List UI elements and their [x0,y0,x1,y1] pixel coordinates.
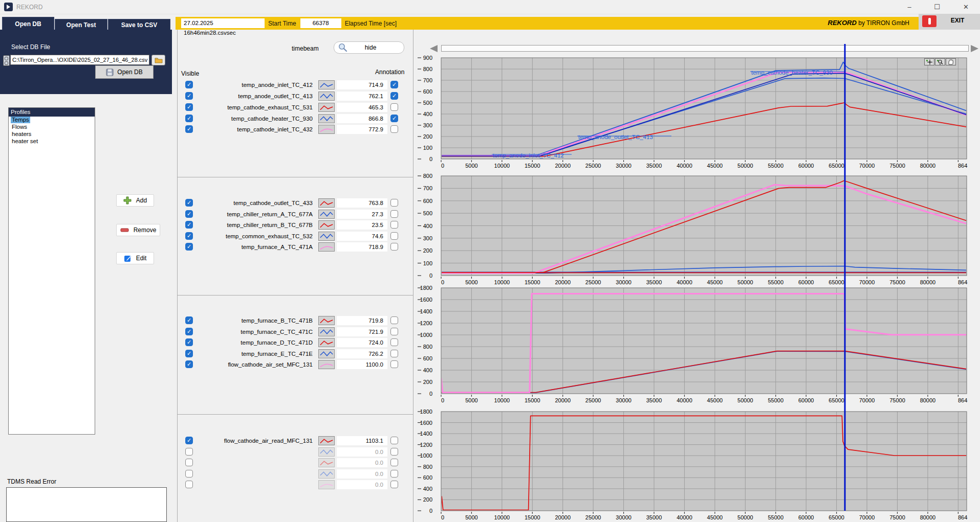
line-style-button[interactable] [318,125,335,134]
exit-button[interactable]: EXIT [943,17,972,26]
annotation-checkbox-empty-3-1[interactable] [390,448,398,456]
path-type-icon [3,55,10,66]
profile-item-temps[interactable]: Temps [9,117,95,124]
remove-button[interactable]: Remove [116,224,160,236]
line-style-button[interactable] [318,458,335,467]
y-tick-label: 1800 [420,408,432,415]
annotation-checkbox-temp_chiller_return_B_TC_677B[interactable] [390,221,398,229]
line-style-button[interactable] [318,338,335,347]
pencil-icon [124,255,132,262]
annotation-checkbox-flow_cathode_air_set_MFC_131[interactable] [390,360,398,368]
annotation-checkbox-temp_cathode_outlet_TC_433[interactable] [390,199,398,207]
hide-label: hide [349,44,393,51]
annotation-checkbox-empty-3-2[interactable] [390,459,398,466]
remove-label: Remove [134,226,157,234]
annotation-checkbox-temp_cathode_inlet_TC_432[interactable] [390,125,398,133]
x-tick-label: 65000 [829,514,844,520]
y-tick-label: 700 [423,77,432,83]
maximize-button[interactable]: ☐ [924,0,950,14]
channel-name: temp_cathode_heater_TC_930 [177,115,313,123]
profile-item-heater-set[interactable]: heater set [9,138,95,145]
x-tick-label: 45000 [707,279,723,285]
line-style-button[interactable] [318,469,335,479]
pan-tool-button[interactable] [946,58,956,65]
line-style-button[interactable] [318,114,335,123]
chart-4[interactable]: 0200400600800100012001400160018000500010… [418,408,967,520]
tab-open-db[interactable]: Open DB [2,17,54,31]
line-style-button[interactable] [318,80,335,89]
line-style-button[interactable] [318,349,335,358]
line-style-button[interactable] [318,327,335,336]
tab-open-test[interactable]: Open Test [55,19,107,31]
x-tick-label: 35000 [646,397,662,403]
timebeam-hide-button[interactable]: hide [334,41,404,54]
line-style-button[interactable] [318,480,335,489]
chart-1[interactable]: 0100200300400500600700800900050001000015… [418,55,967,169]
line-style-button[interactable] [318,198,335,208]
chart-2[interactable]: 0100200300400500600700800050001000015000… [418,173,967,285]
open-db-button[interactable]: Open DB [95,65,154,79]
line-style-button[interactable] [318,360,335,369]
x-tick-label: 50000 [737,514,753,520]
annotation-checkbox-temp_cathode_exhaust_TC_531[interactable] [390,103,398,111]
line-style-button[interactable] [318,447,335,457]
annotation-checkbox-temp_anode_inlet_TC_412[interactable] [390,81,398,88]
start-time-field[interactable]: 66378 [300,18,341,28]
profile-item-flows[interactable]: Flows [9,124,95,131]
y-tick-label: 300 [423,235,432,241]
x-tick-label: 35000 [646,279,662,285]
line-style-button[interactable] [318,232,335,241]
zoom-tool-button[interactable] [935,58,945,65]
annotation-checkbox-temp_furnace_E_TC_471E[interactable] [390,350,398,357]
channel-value: 772.9 [337,125,387,134]
annotation-checkbox-temp_common_exhaust_TC_532[interactable] [390,232,398,240]
db-file-path-input[interactable]: C:\Tirron_Opera...\OXIDE\2025_02_27_16_4… [10,55,149,65]
visible-checkbox-empty-3-2[interactable] [185,459,193,466]
annotation-checkbox-temp_cathode_heater_TC_930[interactable] [390,115,398,122]
visible-checkbox-empty-3-3[interactable] [185,470,193,478]
close-button[interactable]: ✕ [952,0,980,14]
stop-button[interactable] [922,15,937,27]
y-tick-label: 600 [423,355,432,361]
annotation-checkbox-empty-3-4[interactable] [390,481,398,488]
visible-checkbox-empty-3-1[interactable] [185,448,193,456]
x-tick-label: 15000 [525,279,540,285]
cursor-tool-button[interactable] [924,58,934,65]
annotation-checkbox-empty-3-3[interactable] [390,470,398,478]
profiles-header[interactable]: Profiles [9,108,95,117]
x-overflow-label: 864 [958,514,967,520]
edit-button[interactable]: Edit [116,252,154,264]
annotation-checkbox-flow_cathode_air_read_MFC_131[interactable] [390,437,398,444]
minimize-button[interactable]: – [897,0,922,14]
line-style-button[interactable] [318,220,335,230]
visible-checkbox-empty-3-4[interactable] [185,481,193,488]
add-button[interactable]: Add [116,194,154,207]
tab-save-to-csv[interactable]: Save to CSV [108,19,170,31]
file-time-field: 27.02.2025 16h46min28.csvsec [181,18,265,28]
line-style-button[interactable] [318,92,335,101]
magnifier-icon [337,43,349,52]
line-style-button[interactable] [318,316,335,325]
y-tick-label: 1200 [420,320,432,326]
x-tick-label: 75000 [889,514,905,520]
y-tick-label: 0 [429,391,432,397]
line-style-button[interactable] [318,103,335,112]
annotation-checkbox-temp_furnace_C_TC_471C[interactable] [390,328,398,335]
annotation-checkbox-temp_furnace_A_TC_471A[interactable] [390,243,398,251]
chart-3[interactable]: 0200400600800100012001400160018000500010… [418,285,967,403]
x-tick-label: 50000 [737,397,753,403]
plus-icon [123,196,132,205]
line-style-button[interactable] [318,242,335,252]
line-style-button[interactable] [318,436,335,445]
brand-name: REKORD [828,19,857,27]
channel-name: temp_chiller_return_B_TC_677B [177,221,313,229]
browse-button[interactable] [151,55,165,65]
channel-value: 714.9 [337,80,387,89]
profile-item-heaters[interactable]: heaters [9,131,95,138]
charts-canvas[interactable]: 0100200300400500600700800900050001000015… [413,43,980,522]
annotation-checkbox-temp_furnace_D_TC_471D[interactable] [390,338,398,346]
line-style-button[interactable] [318,210,335,219]
annotation-checkbox-temp_chiller_return_A_TC_677A[interactable] [390,210,398,218]
annotation-checkbox-temp_furnace_B_TC_471B[interactable] [390,316,398,324]
annotation-checkbox-temp_anode_outlet_TC_413[interactable] [390,92,398,100]
